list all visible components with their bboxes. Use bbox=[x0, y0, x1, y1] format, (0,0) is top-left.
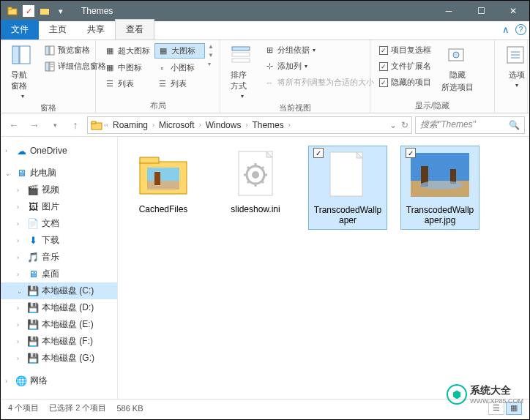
svg-rect-11 bbox=[232, 47, 250, 50]
svg-line-31 bbox=[247, 167, 250, 169]
tree-local-g[interactable]: ›💾本地磁盘 (G:) bbox=[1, 350, 117, 367]
file-extensions-toggle[interactable]: ✓文件扩展名 bbox=[376, 59, 434, 73]
blank-file-icon bbox=[318, 149, 377, 200]
file-checkbox[interactable]: ✓ bbox=[313, 148, 324, 158]
file-item-ini[interactable]: slideshow.ini bbox=[216, 146, 295, 217]
tree-pictures[interactable]: ›🖼图片 bbox=[1, 198, 117, 215]
tree-local-e[interactable]: ›💾本地磁盘 (E:) bbox=[1, 316, 117, 333]
quick-access-checkbox-icon[interactable]: ✓ bbox=[23, 5, 34, 17]
tree-local-c[interactable]: ⌄💾本地磁盘 (C:) bbox=[1, 282, 117, 299]
tree-music[interactable]: ›🎵音乐 bbox=[1, 249, 117, 266]
add-columns-button[interactable]: ⊹添加列 ▾ bbox=[261, 59, 377, 73]
svg-rect-6 bbox=[50, 46, 54, 55]
list-button-1[interactable]: ☰列表 bbox=[102, 77, 153, 91]
status-selected-count: 已选择 2 个项目 bbox=[49, 402, 106, 413]
tree-thispc[interactable]: ⌄🖥此电脑 bbox=[1, 165, 117, 181]
hide-selected-button[interactable]: 隐藏 所选项目 bbox=[437, 43, 478, 94]
quick-access-dropdown-icon[interactable]: ▾ bbox=[55, 5, 67, 17]
folder-thumbnail-icon bbox=[134, 149, 193, 200]
forward-button[interactable]: → bbox=[26, 116, 43, 134]
navigation-pane-button[interactable]: 导航窗格 ▾ bbox=[7, 43, 39, 101]
folder-icon bbox=[7, 5, 18, 17]
svg-rect-4 bbox=[20, 46, 30, 64]
svg-line-33 bbox=[247, 181, 250, 183]
navigation-tree[interactable]: ›☁OneDrive ⌄🖥此电脑 ›🎬视频 ›🖼图片 ›📄文档 ›⬇下载 ›🎵音… bbox=[1, 137, 118, 399]
tree-local-d[interactable]: ›💾本地磁盘 (D:) bbox=[1, 299, 117, 316]
svg-rect-5 bbox=[45, 46, 49, 55]
size-all-columns-button: ↔将所有列调整为合适的大小 bbox=[261, 75, 377, 89]
settings-file-icon bbox=[226, 149, 285, 200]
folder-icon bbox=[91, 119, 102, 131]
breadcrumb[interactable]: ‹‹ Roaming› Microsoft› Windows› Themes› … bbox=[87, 116, 412, 134]
svg-rect-35 bbox=[330, 152, 362, 196]
tree-downloads[interactable]: ›⬇下载 bbox=[1, 232, 117, 249]
ribbon: 导航窗格 ▾ 预览窗格 详细信息窗格 窗格 ▦超大图标 ▦大图标 ▦中图标 ▫小… bbox=[1, 40, 529, 113]
tree-desktop[interactable]: ›🖥桌面 bbox=[1, 266, 117, 282]
file-name: TranscodedWallpaper bbox=[312, 205, 384, 226]
svg-rect-12 bbox=[232, 53, 250, 56]
watermark-logo-icon: ⬢ bbox=[447, 384, 467, 405]
small-icons-button[interactable]: ▫小图标 bbox=[154, 61, 206, 75]
hidden-items-toggle[interactable]: ✓隐藏的项目 bbox=[376, 75, 434, 89]
file-name: TranscodedWallpaper.jpg bbox=[404, 205, 476, 226]
watermark: ⬢ 系统大全 WWW.XP85.COM bbox=[447, 384, 523, 405]
help-icon[interactable]: ? bbox=[515, 24, 526, 35]
svg-point-15 bbox=[453, 52, 459, 58]
item-checkboxes-toggle[interactable]: ✓项目复选框 bbox=[376, 43, 434, 57]
file-checkbox[interactable]: ✓ bbox=[406, 148, 416, 158]
tree-documents[interactable]: ›📄文档 bbox=[1, 215, 117, 232]
search-input[interactable]: 搜索"Themes" 🔍 bbox=[415, 116, 525, 134]
tree-local-f[interactable]: ›💾本地磁盘 (F:) bbox=[1, 333, 117, 350]
large-icons-button[interactable]: ▦大图标 bbox=[154, 43, 205, 59]
options-button[interactable]: 选项 ▾ bbox=[501, 43, 530, 90]
medium-icons-button[interactable]: ▦中图标 bbox=[102, 61, 153, 75]
group-showhide-label: 显示/隐藏 bbox=[376, 99, 488, 111]
status-item-count: 4 个项目 bbox=[8, 402, 39, 413]
image-thumbnail-icon bbox=[411, 149, 469, 200]
file-item-blank[interactable]: ✓ TranscodedWallpaper bbox=[308, 146, 387, 230]
group-panes-label: 窗格 bbox=[7, 101, 89, 113]
crumb-windows[interactable]: Windows bbox=[203, 119, 245, 132]
address-bar: ← → ▾ ↑ ‹‹ Roaming› Microsoft› Windows› … bbox=[1, 113, 529, 137]
layout-scroll-up-icon[interactable]: ▲ bbox=[208, 43, 214, 50]
svg-point-40 bbox=[419, 181, 463, 190]
tab-file[interactable]: 文件 bbox=[1, 20, 39, 40]
crumb-roaming[interactable]: Roaming bbox=[110, 119, 151, 132]
file-item-image[interactable]: ✓ TranscodedWallpaper.jpg bbox=[400, 146, 479, 230]
layout-expand-icon[interactable]: ▾ bbox=[208, 61, 214, 67]
tab-view[interactable]: 查看 bbox=[115, 19, 154, 40]
address-dropdown-icon[interactable]: ⌄ bbox=[389, 120, 397, 130]
history-dropdown[interactable]: ▾ bbox=[46, 116, 64, 134]
file-item-folder[interactable]: CachedFiles bbox=[124, 146, 203, 217]
svg-rect-18 bbox=[92, 121, 96, 124]
svg-rect-3 bbox=[12, 46, 19, 64]
group-by-button[interactable]: ⊞分组依据 ▾ bbox=[261, 43, 377, 57]
back-button[interactable]: ← bbox=[5, 116, 23, 134]
tree-network[interactable]: ›🌐网络 bbox=[1, 372, 117, 389]
crumb-microsoft[interactable]: Microsoft bbox=[156, 119, 198, 132]
titlebar: ✓ ▾ Themes ─ ☐ ✕ bbox=[1, 1, 529, 21]
crumb-themes[interactable]: Themes bbox=[249, 119, 286, 132]
tab-share[interactable]: 共享 bbox=[77, 20, 115, 40]
svg-rect-2 bbox=[40, 9, 49, 15]
window-title: Themes bbox=[81, 6, 113, 16]
minimize-button[interactable]: ─ bbox=[433, 1, 465, 21]
svg-rect-13 bbox=[232, 59, 250, 62]
extra-large-icons-button[interactable]: ▦超大图标 bbox=[102, 43, 153, 59]
up-button[interactable]: ↑ bbox=[67, 116, 84, 134]
refresh-icon[interactable]: ↻ bbox=[401, 120, 408, 130]
group-layout-label: 布局 bbox=[102, 99, 214, 111]
file-list[interactable]: CachedFiles slideshow.ini ✓ TranscodedWa… bbox=[118, 137, 529, 399]
ribbon-collapse-icon[interactable]: ∧ bbox=[502, 24, 510, 35]
list-button-2[interactable]: ☰列表 bbox=[154, 77, 206, 91]
sort-by-button[interactable]: 排序方式 ▾ bbox=[226, 43, 258, 101]
tab-home[interactable]: 主页 bbox=[39, 20, 77, 40]
quick-access-folder-icon[interactable] bbox=[39, 5, 51, 17]
ribbon-tabs: 文件 主页 共享 查看 ∧ ? bbox=[1, 21, 529, 40]
close-button[interactable]: ✕ bbox=[497, 1, 529, 21]
tree-onedrive[interactable]: ›☁OneDrive bbox=[1, 143, 117, 159]
layout-scroll-down-icon[interactable]: ▼ bbox=[208, 52, 214, 59]
tree-videos[interactable]: ›🎬视频 bbox=[1, 181, 117, 198]
tree-homegroup[interactable]: ›👥家庭组 bbox=[1, 395, 117, 399]
maximize-button[interactable]: ☐ bbox=[465, 1, 497, 21]
